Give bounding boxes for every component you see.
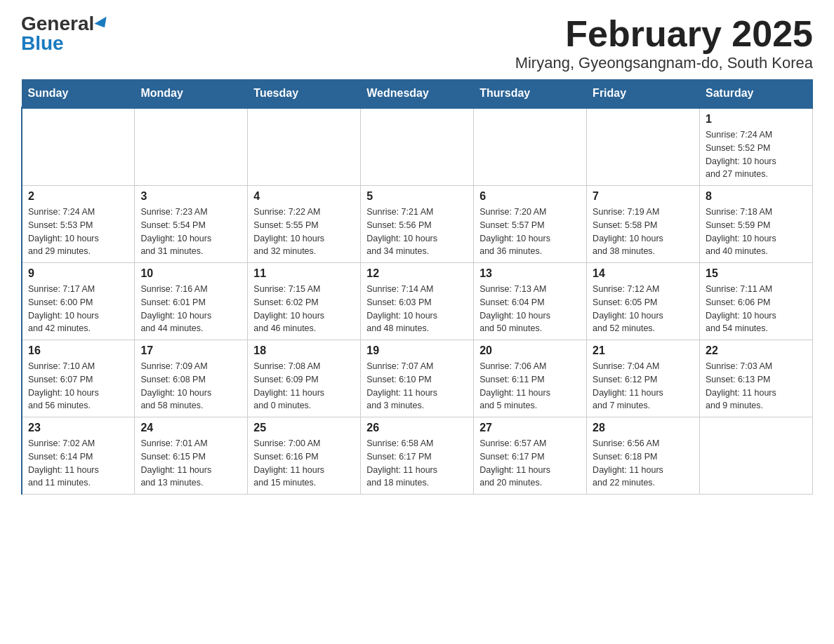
day-info: Sunrise: 7:23 AMSunset: 5:54 PMDaylight:… xyxy=(140,206,241,258)
day-number: 10 xyxy=(140,267,241,280)
logo-blue-text: Blue xyxy=(21,34,64,53)
day-info: Sunrise: 7:24 AMSunset: 5:52 PMDaylight:… xyxy=(706,128,807,181)
calendar-week-2: 2Sunrise: 7:24 AMSunset: 5:53 PMDaylight… xyxy=(22,186,813,263)
day-info: Sunrise: 7:24 AMSunset: 5:53 PMDaylight:… xyxy=(28,206,128,258)
calendar-cell: 26Sunrise: 6:58 AMSunset: 6:17 PMDayligh… xyxy=(361,417,474,495)
day-number: 17 xyxy=(140,344,241,357)
day-number: 21 xyxy=(593,344,694,357)
day-number: 25 xyxy=(253,422,355,434)
calendar-cell: 6Sunrise: 7:20 AMSunset: 5:57 PMDaylight… xyxy=(474,186,587,263)
day-info: Sunrise: 7:07 AMSunset: 6:10 PMDaylight:… xyxy=(366,360,468,412)
day-number: 9 xyxy=(28,267,128,280)
day-info: Sunrise: 7:14 AMSunset: 6:03 PMDaylight:… xyxy=(366,283,468,335)
day-number: 19 xyxy=(366,344,468,357)
calendar-cell: 28Sunrise: 6:56 AMSunset: 6:18 PMDayligh… xyxy=(587,417,700,495)
day-number: 24 xyxy=(140,422,241,434)
calendar-cell: 16Sunrise: 7:10 AMSunset: 6:07 PMDayligh… xyxy=(22,340,135,417)
weekday-header-sunday: Sunday xyxy=(22,80,135,108)
calendar-cell xyxy=(474,108,587,186)
day-info: Sunrise: 7:19 AMSunset: 5:58 PMDaylight:… xyxy=(593,206,694,258)
day-info: Sunrise: 7:08 AMSunset: 6:09 PMDaylight:… xyxy=(253,360,355,412)
day-number: 20 xyxy=(479,344,581,357)
calendar-cell: 9Sunrise: 7:17 AMSunset: 6:00 PMDaylight… xyxy=(22,263,135,340)
calendar-week-3: 9Sunrise: 7:17 AMSunset: 6:00 PMDaylight… xyxy=(22,263,813,340)
calendar-cell: 22Sunrise: 7:03 AMSunset: 6:13 PMDayligh… xyxy=(700,340,813,417)
title-block: February 2025 Miryang, Gyeongsangnam-do,… xyxy=(515,14,813,72)
day-number: 11 xyxy=(253,267,355,280)
calendar-cell: 8Sunrise: 7:18 AMSunset: 5:59 PMDaylight… xyxy=(700,186,813,263)
day-number: 5 xyxy=(366,190,468,203)
day-info: Sunrise: 7:13 AMSunset: 6:04 PMDaylight:… xyxy=(479,283,581,335)
calendar-body: 1Sunrise: 7:24 AMSunset: 5:52 PMDaylight… xyxy=(22,108,813,495)
calendar-table: SundayMondayTuesdayWednesdayThursdayFrid… xyxy=(21,79,813,495)
day-info: Sunrise: 7:01 AMSunset: 6:15 PMDaylight:… xyxy=(140,437,241,490)
calendar-week-5: 23Sunrise: 7:02 AMSunset: 6:14 PMDayligh… xyxy=(22,417,813,495)
calendar-cell: 11Sunrise: 7:15 AMSunset: 6:02 PMDayligh… xyxy=(248,263,361,340)
day-number: 12 xyxy=(366,267,468,280)
day-info: Sunrise: 7:00 AMSunset: 6:16 PMDaylight:… xyxy=(253,437,355,490)
day-number: 15 xyxy=(706,267,807,280)
calendar-cell: 13Sunrise: 7:13 AMSunset: 6:04 PMDayligh… xyxy=(474,263,587,340)
day-number: 23 xyxy=(28,422,128,434)
calendar-cell: 18Sunrise: 7:08 AMSunset: 6:09 PMDayligh… xyxy=(248,340,361,417)
calendar-cell: 10Sunrise: 7:16 AMSunset: 6:01 PMDayligh… xyxy=(135,263,248,340)
calendar-header: SundayMondayTuesdayWednesdayThursdayFrid… xyxy=(22,80,813,108)
calendar-cell: 3Sunrise: 7:23 AMSunset: 5:54 PMDaylight… xyxy=(135,186,248,263)
day-info: Sunrise: 7:09 AMSunset: 6:08 PMDaylight:… xyxy=(140,360,241,412)
day-info: Sunrise: 7:06 AMSunset: 6:11 PMDaylight:… xyxy=(479,360,581,412)
calendar-cell: 21Sunrise: 7:04 AMSunset: 6:12 PMDayligh… xyxy=(587,340,700,417)
calendar-cell: 25Sunrise: 7:00 AMSunset: 6:16 PMDayligh… xyxy=(248,417,361,495)
day-number: 16 xyxy=(28,344,128,357)
calendar-cell: 15Sunrise: 7:11 AMSunset: 6:06 PMDayligh… xyxy=(700,263,813,340)
calendar-cell: 4Sunrise: 7:22 AMSunset: 5:55 PMDaylight… xyxy=(248,186,361,263)
day-info: Sunrise: 7:16 AMSunset: 6:01 PMDaylight:… xyxy=(140,283,241,335)
day-info: Sunrise: 7:18 AMSunset: 5:59 PMDaylight:… xyxy=(706,206,807,258)
calendar-week-1: 1Sunrise: 7:24 AMSunset: 5:52 PMDaylight… xyxy=(22,108,813,186)
day-info: Sunrise: 7:12 AMSunset: 6:05 PMDaylight:… xyxy=(593,283,694,335)
calendar-cell xyxy=(361,108,474,186)
day-number: 14 xyxy=(593,267,694,280)
logo-general-text: General xyxy=(21,14,94,34)
calendar-cell: 20Sunrise: 7:06 AMSunset: 6:11 PMDayligh… xyxy=(474,340,587,417)
day-number: 28 xyxy=(593,422,694,434)
calendar-cell: 14Sunrise: 7:12 AMSunset: 6:05 PMDayligh… xyxy=(587,263,700,340)
calendar-week-4: 16Sunrise: 7:10 AMSunset: 6:07 PMDayligh… xyxy=(22,340,813,417)
calendar-cell: 27Sunrise: 6:57 AMSunset: 6:17 PMDayligh… xyxy=(474,417,587,495)
day-info: Sunrise: 7:17 AMSunset: 6:00 PMDaylight:… xyxy=(28,283,128,335)
day-number: 13 xyxy=(479,267,581,280)
weekday-header-tuesday: Tuesday xyxy=(248,80,361,108)
logo: General Blue xyxy=(21,14,110,53)
day-info: Sunrise: 7:11 AMSunset: 6:06 PMDaylight:… xyxy=(706,283,807,335)
day-info: Sunrise: 7:04 AMSunset: 6:12 PMDaylight:… xyxy=(593,360,694,412)
weekday-header-wednesday: Wednesday xyxy=(361,80,474,108)
day-number: 7 xyxy=(593,190,694,203)
calendar-cell: 12Sunrise: 7:14 AMSunset: 6:03 PMDayligh… xyxy=(361,263,474,340)
day-number: 26 xyxy=(366,422,468,434)
day-number: 1 xyxy=(706,113,807,126)
calendar-cell: 2Sunrise: 7:24 AMSunset: 5:53 PMDaylight… xyxy=(22,186,135,263)
weekday-header-friday: Friday xyxy=(587,80,700,108)
day-info: Sunrise: 6:56 AMSunset: 6:18 PMDaylight:… xyxy=(593,437,694,490)
day-number: 3 xyxy=(140,190,241,203)
weekday-header-saturday: Saturday xyxy=(700,80,813,108)
calendar-title: February 2025 xyxy=(515,14,813,54)
day-info: Sunrise: 6:58 AMSunset: 6:17 PMDaylight:… xyxy=(366,437,468,490)
page-header: General Blue February 2025 Miryang, Gyeo… xyxy=(21,14,813,72)
day-info: Sunrise: 7:03 AMSunset: 6:13 PMDaylight:… xyxy=(706,360,807,412)
calendar-cell xyxy=(587,108,700,186)
day-number: 27 xyxy=(479,422,581,434)
calendar-subtitle: Miryang, Gyeongsangnam-do, South Korea xyxy=(515,54,813,72)
calendar-cell: 24Sunrise: 7:01 AMSunset: 6:15 PMDayligh… xyxy=(135,417,248,495)
day-number: 8 xyxy=(706,190,807,203)
day-number: 4 xyxy=(253,190,355,203)
calendar-cell: 19Sunrise: 7:07 AMSunset: 6:10 PMDayligh… xyxy=(361,340,474,417)
calendar-cell xyxy=(135,108,248,186)
calendar-cell: 17Sunrise: 7:09 AMSunset: 6:08 PMDayligh… xyxy=(135,340,248,417)
calendar-cell xyxy=(700,417,813,495)
day-info: Sunrise: 7:10 AMSunset: 6:07 PMDaylight:… xyxy=(28,360,128,412)
header-row: SundayMondayTuesdayWednesdayThursdayFrid… xyxy=(22,80,813,108)
day-info: Sunrise: 6:57 AMSunset: 6:17 PMDaylight:… xyxy=(479,437,581,490)
calendar-cell: 7Sunrise: 7:19 AMSunset: 5:58 PMDaylight… xyxy=(587,186,700,263)
day-number: 22 xyxy=(706,344,807,357)
calendar-cell: 1Sunrise: 7:24 AMSunset: 5:52 PMDaylight… xyxy=(700,108,813,186)
